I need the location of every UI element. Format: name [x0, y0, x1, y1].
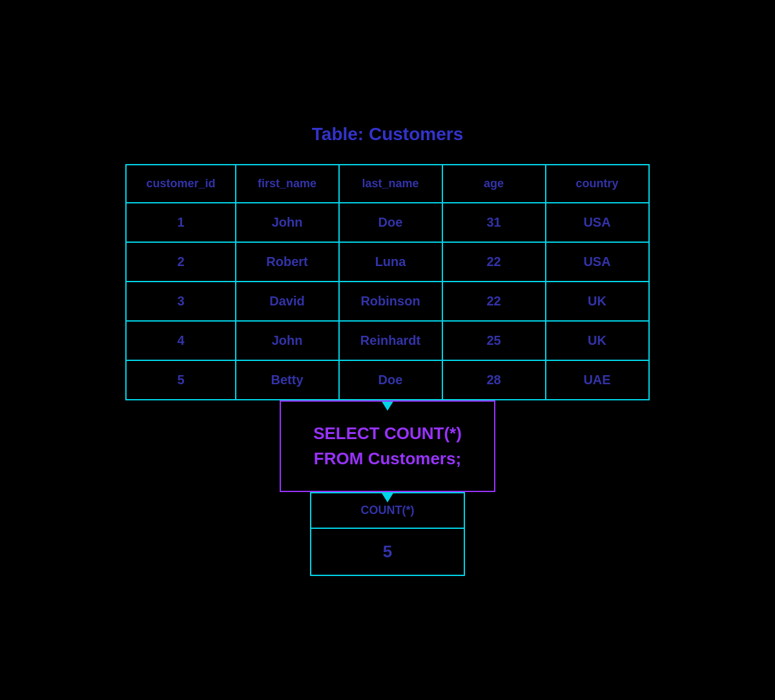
table-row: 2RobertLuna22USA	[126, 242, 648, 282]
sql-query-box: SELECT COUNT(*) FROM Customers;	[280, 400, 495, 492]
cell-last_name: Reinhardt	[339, 321, 442, 360]
table-body: 1JohnDoe31USA2RobertLuna22USA3DavidRobin…	[126, 203, 648, 400]
cell-country: UAE	[546, 360, 649, 400]
col-header-customer-id: customer_id	[126, 165, 235, 203]
cell-age: 31	[442, 203, 546, 242]
result-table: COUNT(*) 5	[310, 492, 465, 576]
cell-customer_id: 4	[126, 321, 235, 360]
cell-first_name: John	[236, 203, 339, 242]
col-header-country: country	[546, 165, 649, 203]
col-header-last-name: last_name	[339, 165, 442, 203]
cell-customer_id: 1	[126, 203, 235, 242]
sql-select-keyword: SELECT	[313, 424, 380, 443]
table-row: 3DavidRobinson22UK	[126, 282, 648, 321]
table-row: 5BettyDoe28UAE	[126, 360, 648, 400]
cell-country: USA	[546, 242, 649, 282]
cell-customer_id: 5	[126, 360, 235, 400]
sql-table-name: Customers;	[368, 449, 461, 468]
cell-last_name: Robinson	[339, 282, 442, 321]
cell-customer_id: 3	[126, 282, 235, 321]
table-row: 1JohnDoe31USA	[126, 203, 648, 242]
cell-last_name: Doe	[339, 203, 442, 242]
cell-customer_id: 2	[126, 242, 235, 282]
cell-first_name: Betty	[236, 360, 339, 400]
result-header-row: COUNT(*)	[311, 493, 464, 528]
cell-country: USA	[546, 203, 649, 242]
cell-first_name: John	[236, 321, 339, 360]
cell-age: 22	[442, 242, 546, 282]
cell-last_name: Luna	[339, 242, 442, 282]
cell-age: 22	[442, 282, 546, 321]
col-header-first-name: first_name	[236, 165, 339, 203]
cell-country: UK	[546, 321, 649, 360]
result-col-header: COUNT(*)	[311, 493, 464, 528]
main-diagram: Table: Customers customer_id first_name …	[112, 98, 662, 602]
page-title: Table: Customers	[312, 124, 463, 145]
sql-text: SELECT COUNT(*) FROM Customers;	[313, 421, 462, 471]
cell-first_name: David	[236, 282, 339, 321]
result-value: 5	[311, 528, 464, 575]
table-row: 4JohnReinhardt25UK	[126, 321, 648, 360]
cell-country: UK	[546, 282, 649, 321]
cell-first_name: Robert	[236, 242, 339, 282]
cell-age: 25	[442, 321, 546, 360]
table-header-row: customer_id first_name last_name age cou…	[126, 165, 648, 203]
sql-from-keyword: FROM	[314, 449, 364, 468]
col-header-age: age	[442, 165, 546, 203]
cell-last_name: Doe	[339, 360, 442, 400]
cell-age: 28	[442, 360, 546, 400]
result-data-row: 5	[311, 528, 464, 575]
customers-table: customer_id first_name last_name age cou…	[125, 164, 649, 400]
sql-count-function: COUNT(*)	[384, 424, 462, 443]
